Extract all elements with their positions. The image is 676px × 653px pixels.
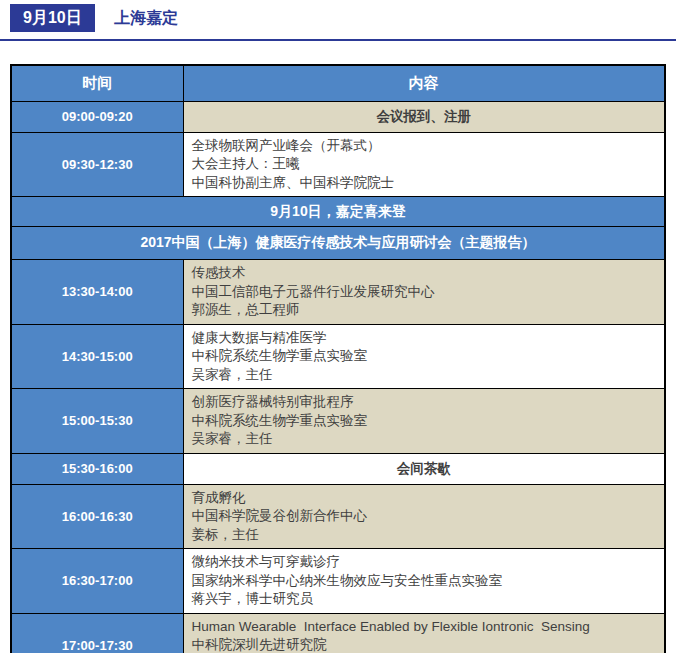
table-row: 15:30-16:00 会间茶歇 [11, 453, 665, 484]
content-line: 国家纳米科学中心纳米生物效应与安全性重点实验室 [192, 572, 657, 591]
content-cell: 会议报到、注册 [183, 101, 665, 132]
content-cell: 会间茶歇 [183, 453, 665, 484]
col-header-content: 内容 [183, 65, 665, 101]
content-cell: 健康大数据与精准医学 中科院系统生物学重点实验室 吴家睿，主任 [183, 324, 665, 389]
content-cell: 创新医疗器械特别审批程序 中科院系统生物学重点实验室 吴家睿，主任 [183, 389, 665, 454]
agenda-table: 时间 内容 09:00-09:20 会议报到、注册 09:30-12:30 全球… [10, 64, 666, 653]
content-line: 中国科学院曼谷创新合作中心 [192, 507, 657, 526]
table-row: 16:30-17:00 微纳米技术与可穿戴诊疗 国家纳米科学中心纳米生物效应与安… [11, 549, 665, 614]
session-band-row: 2017中国（上海）健康医疗传感技术与应用研讨会（主题报告） [11, 227, 665, 260]
content-line: 健康大数据与精准医学 [192, 329, 657, 348]
date-badge: 9月10日 [10, 4, 95, 32]
content-line: 育成孵化 [192, 489, 657, 508]
content-line: 全球物联网产业峰会（开幕式） [192, 137, 657, 156]
col-header-time: 时间 [11, 65, 183, 101]
content-line: 大会主持人：王曦 [192, 155, 657, 174]
content-line: 微纳米技术与可穿戴诊疗 [192, 553, 657, 572]
agenda-page: 9月10日 上海嘉定 时间 内容 09:00-09:20 会议报到、注册 09:… [0, 0, 676, 653]
time-cell: 16:30-17:00 [11, 549, 183, 614]
table-row: 17:00-17:30 Human Wearable Interface Ena… [11, 613, 665, 653]
content-line: Human Wearable Interface Enabled by Flex… [192, 618, 657, 637]
time-cell: 09:30-12:30 [11, 132, 183, 197]
content-cell: Human Wearable Interface Enabled by Flex… [183, 613, 665, 653]
table-row: 16:00-16:30 育成孵化 中国科学院曼谷创新合作中心 姜标，主任 [11, 484, 665, 549]
time-cell: 15:00-15:30 [11, 389, 183, 454]
time-cell: 09:00-09:20 [11, 101, 183, 132]
content-line: 郭源生，总工程师 [192, 301, 657, 320]
time-cell: 14:30-15:00 [11, 324, 183, 389]
time-cell: 17:00-17:30 [11, 613, 183, 653]
content-line: 中国科协副主席、中国科学院院士 [192, 174, 657, 193]
time-cell: 13:30-14:00 [11, 260, 183, 325]
table-row: 13:30-14:00 传感技术 中国工信部电子元器件行业发展研究中心 郭源生，… [11, 260, 665, 325]
content-cell: 微纳米技术与可穿戴诊疗 国家纳米科学中心纳米生物效应与安全性重点实验室 蒋兴宇，… [183, 549, 665, 614]
content-line: 中科院系统生物学重点实验室 [192, 347, 657, 366]
content-line: 蒋兴宇，博士研究员 [192, 590, 657, 609]
table-row: 09:00-09:20 会议报到、注册 [11, 101, 665, 132]
content-line: 传感技术 [192, 264, 657, 283]
content-line: 吴家睿，主任 [192, 430, 657, 449]
content-line: 姜标，主任 [192, 526, 657, 545]
content-line: 中科院深圳先进研究院 [192, 636, 657, 653]
header-divider [0, 39, 676, 41]
session-band-row: 9月10日，嘉定喜来登 [11, 197, 665, 227]
content-line: 中科院系统生物学重点实验室 [192, 412, 657, 431]
table-row: 14:30-15:00 健康大数据与精准医学 中科院系统生物学重点实验室 吴家睿… [11, 324, 665, 389]
table-header-row: 时间 内容 [11, 65, 665, 101]
content-line: 吴家睿，主任 [192, 366, 657, 385]
content-cell: 传感技术 中国工信部电子元器件行业发展研究中心 郭源生，总工程师 [183, 260, 665, 325]
time-cell: 15:30-16:00 [11, 453, 183, 484]
table-row: 15:00-15:30 创新医疗器械特别审批程序 中科院系统生物学重点实验室 吴… [11, 389, 665, 454]
page-header: 9月10日 上海嘉定 [0, 0, 676, 32]
session-band: 9月10日，嘉定喜来登 [11, 197, 665, 227]
content-line: 创新医疗器械特别审批程序 [192, 393, 657, 412]
time-cell: 16:00-16:30 [11, 484, 183, 549]
content-cell: 全球物联网产业峰会（开幕式） 大会主持人：王曦 中国科协副主席、中国科学院院士 [183, 132, 665, 197]
location-title: 上海嘉定 [114, 8, 178, 29]
content-cell: 育成孵化 中国科学院曼谷创新合作中心 姜标，主任 [183, 484, 665, 549]
table-row: 09:30-12:30 全球物联网产业峰会（开幕式） 大会主持人：王曦 中国科协… [11, 132, 665, 197]
session-band: 2017中国（上海）健康医疗传感技术与应用研讨会（主题报告） [11, 227, 665, 260]
content-line: 中国工信部电子元器件行业发展研究中心 [192, 283, 657, 302]
